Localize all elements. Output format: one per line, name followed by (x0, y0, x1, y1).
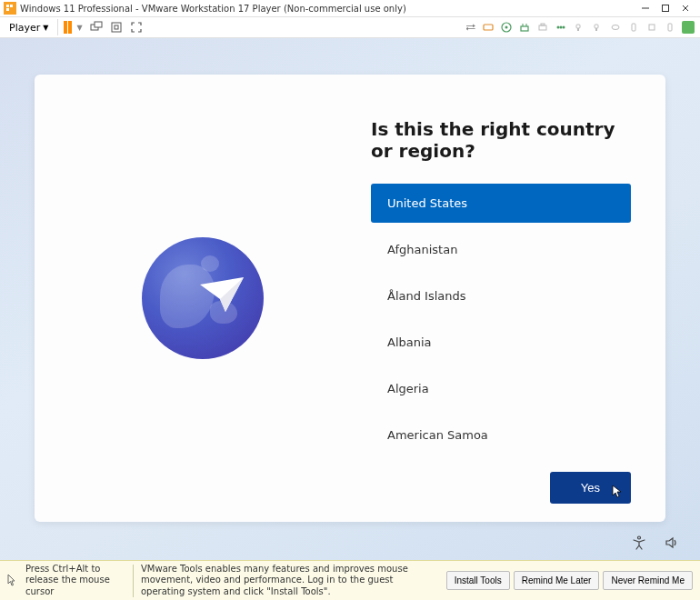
never-remind-button[interactable]: Never Remind Me (603, 571, 693, 590)
device-icon-4[interactable] (645, 21, 658, 34)
svg-rect-19 (541, 24, 545, 25)
svg-rect-26 (595, 28, 597, 31)
svg-rect-12 (484, 25, 493, 30)
svg-rect-23 (576, 25, 580, 28)
svg-rect-9 (95, 22, 102, 27)
mouse-cursor-icon (612, 485, 623, 499)
fit-guest-icon[interactable] (110, 21, 123, 34)
svg-point-14 (505, 26, 508, 29)
volume-icon[interactable] (664, 535, 680, 551)
svg-rect-3 (6, 8, 9, 11)
svg-point-21 (560, 26, 563, 29)
oobe-illustration (35, 75, 371, 522)
svg-point-27 (612, 25, 619, 30)
pause-button[interactable] (64, 21, 72, 34)
region-item[interactable]: American Samoa (371, 415, 631, 455)
fullscreen-icon[interactable] (130, 21, 143, 34)
vm-display[interactable]: Is this the right country or region? Uni… (0, 38, 700, 560)
region-item-selected[interactable]: United States (371, 184, 631, 223)
maximize-button[interactable] (660, 3, 671, 14)
printer-icon[interactable] (536, 21, 549, 34)
remind-later-button[interactable]: Remind Me Later (514, 571, 600, 590)
device-icon-3[interactable] (627, 21, 640, 34)
send-ctrl-alt-del-icon[interactable] (90, 21, 103, 34)
region-item[interactable]: Albania (371, 323, 631, 362)
svg-rect-10 (112, 23, 121, 32)
svg-rect-2 (10, 5, 13, 7)
network-adapter-icon[interactable] (518, 21, 531, 34)
device-icon-2[interactable] (609, 21, 622, 34)
app-icon (4, 2, 16, 15)
window-title: Windows 11 Professional - VMware Worksta… (20, 4, 640, 14)
chevron-down-icon[interactable]: ▼ (76, 24, 82, 32)
oobe-card: Is this the right country or region? Uni… (35, 75, 665, 522)
yes-button-label: Yes (581, 481, 600, 495)
oobe-title: Is this the right country or region? (371, 118, 640, 162)
network-icon[interactable]: ⮂ (464, 21, 476, 34)
region-list[interactable]: United States Afghanistan Åland Islands … (371, 184, 640, 465)
svg-point-22 (563, 26, 565, 29)
svg-rect-30 (668, 24, 672, 31)
svg-rect-25 (595, 25, 598, 28)
cursor-hint-icon (7, 574, 18, 588)
yes-button[interactable]: Yes (550, 472, 631, 504)
minimize-button[interactable] (640, 3, 651, 14)
svg-rect-15 (521, 26, 528, 31)
region-item[interactable]: Afghanistan (371, 230, 631, 269)
window-controls (640, 3, 696, 14)
svg-point-31 (638, 536, 641, 539)
close-button[interactable] (680, 3, 691, 14)
svg-rect-11 (115, 25, 118, 29)
status-separator (133, 565, 134, 597)
device-tray: ⮂ (464, 21, 695, 34)
sound-icon[interactable] (573, 21, 585, 34)
device-icon[interactable] (591, 21, 604, 34)
region-item[interactable]: Andorra (371, 462, 631, 465)
vmware-tools-hint: VMware Tools enables many features and i… (141, 564, 439, 598)
player-menu[interactable]: Player ▼ (5, 20, 52, 35)
mouse-release-hint: Press Ctrl+Alt to release the mouse curs… (25, 564, 125, 598)
cd-icon[interactable] (500, 21, 513, 34)
svg-point-20 (557, 26, 560, 29)
svg-rect-1 (6, 5, 9, 7)
svg-rect-28 (632, 24, 635, 31)
player-menu-label: Player (9, 22, 40, 34)
toolbar: Player ▼ ▼ ⮂ (0, 16, 700, 38)
hard-disk-icon[interactable] (482, 21, 495, 34)
oobe-system-tray (631, 535, 680, 551)
message-log-icon[interactable] (682, 21, 695, 34)
region-item[interactable]: Åland Islands (371, 276, 631, 315)
status-bar: Press Ctrl+Alt to release the mouse curs… (0, 560, 700, 600)
toolbar-separator (57, 19, 58, 35)
region-item[interactable]: Algeria (371, 369, 631, 408)
accessibility-icon[interactable] (631, 535, 647, 551)
install-tools-button[interactable]: Install Tools (446, 571, 510, 590)
svg-rect-24 (577, 28, 579, 31)
device-icon-5[interactable] (664, 21, 676, 34)
usb-icon[interactable] (555, 21, 567, 34)
window-title-bar: Windows 11 Professional - VMware Worksta… (0, 0, 700, 16)
svg-rect-5 (663, 5, 669, 12)
paper-plane-icon (198, 275, 247, 315)
svg-rect-29 (649, 25, 655, 30)
svg-rect-18 (539, 25, 546, 30)
chevron-down-icon: ▼ (43, 24, 48, 32)
